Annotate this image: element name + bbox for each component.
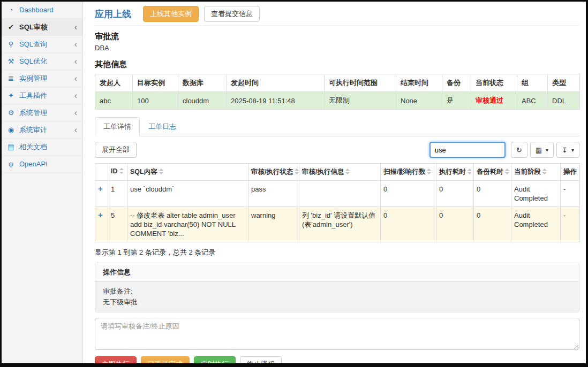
sidebar-item-instance-mgmt[interactable]: ≣ 实例管理 ‹ [2,70,82,87]
stage-cell: Audit Completed [511,207,561,242]
audit-remark-textarea[interactable] [95,318,579,350]
exec-time-cell: 0 [436,181,474,207]
sidebar-item-sql-audit[interactable]: ✔ SQL审核 ‹ [2,19,82,36]
sidebar-item-label: 相关文档 [19,142,47,152]
sidebar-item-sql-optimize[interactable]: ⚒ SQL优化 ‹ [2,53,82,70]
refresh-button[interactable]: ↻ [511,142,527,158]
caret-down-icon: ▾ [546,147,548,153]
sort-icon [505,169,510,174]
status-badge: 审核通过 [471,92,517,110]
column-header-start-time: 发起时间 [227,74,325,92]
online-other-instance-button[interactable]: 上线其他实例 [143,6,199,22]
approval-flow-value: DBA [95,43,579,53]
approval-flow-heading: 审批流 [95,31,579,42]
other-info-header-row: 发起人 目标实例 数据库 发起时间 可执行时间范围 结束时间 备份 当前状态 组… [95,74,580,92]
expand-row-button[interactable]: + [98,184,103,193]
sort-icon [427,169,432,174]
chevron-left-icon: ‹ [74,57,77,66]
column-header-audit-info[interactable]: 审核/执行信息 [299,164,381,181]
other-info-heading: 其他信息 [95,59,579,70]
sort-icon [295,169,299,174]
main-content: 应用上线 上线其他实例 查看提交信息 审批流 DBA 其他信息 发起人 目标实例… [83,2,586,363]
sidebar-item-docs[interactable]: ▤ 相关文档 [2,139,82,156]
expand-column-header [95,164,108,181]
column-header-sql[interactable]: SQL内容 [127,164,248,181]
column-header-initiator: 发起人 [95,74,133,92]
tab-work-order-log[interactable]: 工单日志 [140,117,185,136]
sidebar-item-sql-query[interactable]: ⚲ SQL查询 ‹ [2,36,82,53]
export-button[interactable]: ↧▾ [556,142,579,158]
operation-info-heading: 操作信息 [95,263,579,282]
manual-complete-button[interactable]: 已手动完成 [141,356,190,363]
stage-cell: Audit Completed [511,181,561,207]
sort-icon [159,169,164,174]
column-header-affected-rows[interactable]: 扫描/影响行数 [381,164,436,181]
chevron-left-icon: ‹ [74,91,77,100]
column-header-id[interactable]: ID [108,164,127,181]
audit-remark-label: 审批备注: [103,286,571,297]
expand-all-button[interactable]: 展开全部 [95,142,137,158]
backup-cell: 是 [442,92,471,110]
audit-info-cell: 列 'biz_id' 请设置默认值 (表'admin_user') [299,207,381,242]
toolbar-right-group: ↻ ▦▾ ↧▾ [429,142,579,158]
column-header-backup-time[interactable]: 备份耗时 [474,164,511,181]
code-branch-icon: ψ [7,160,15,168]
sidebar-item-label: Dashboard [19,6,54,14]
exec-time-cell: 0 [436,207,474,242]
search-icon: ⚲ [7,40,15,48]
plugin-icon: ✦ [7,91,15,100]
scheduled-execute-button[interactable]: 定时执行 [194,356,236,363]
expand-row-button[interactable]: + [98,210,103,219]
execute-now-button[interactable]: 立即执行 [95,356,137,363]
sidebar-item-system-audit[interactable]: ◉ 系统审计 ‹ [2,121,82,139]
operation-info-body: 审批备注: 无下级审批 [95,282,579,312]
search-input[interactable] [429,142,506,158]
column-header-group: 组 [517,74,548,92]
backup-time-cell: 0 [474,207,511,242]
end-time-cell: None [396,92,442,110]
sql-detail-table: ID SQL内容 审核/执行状态 审核/执行信息 扫描/影响行数 执行耗时 备份… [95,163,580,242]
terminate-workflow-button[interactable]: 终止流程 [240,356,282,363]
column-header-end-time: 结束时间 [396,74,442,92]
sort-icon [542,169,547,174]
exec-range-cell: 无限制 [325,92,396,110]
database-cell: clouddm [178,92,227,110]
wrench-icon: ⚒ [7,57,15,65]
column-header-backup: 备份 [442,74,471,92]
chevron-left-icon: ‹ [74,109,77,117]
sidebar-item-system-mgmt[interactable]: ⚙ 系统管理 ‹ [2,104,82,121]
chevron-left-icon: ‹ [74,74,77,83]
tab-work-order-detail[interactable]: 工单详情 [95,117,140,136]
column-header-exec-time[interactable]: 执行耗时 [436,164,474,181]
column-header-status: 当前状态 [471,74,517,92]
refresh-icon: ↻ [516,146,522,154]
action-cell: - [561,181,580,207]
column-header-action[interactable]: 操作 [561,164,580,181]
chevron-left-icon: ‹ [74,40,77,49]
column-header-audit-status[interactable]: 审核/执行状态 [248,164,299,181]
sidebar-item-dashboard[interactable]: ◔ Dashboard [2,2,82,19]
view-submit-info-button[interactable]: 查看提交信息 [204,6,260,22]
sidebar-item-label: 系统管理 [19,108,47,118]
document-icon: ▤ [7,143,15,151]
sql-row: + 1 use `clouddm` pass 0 0 0 Audit Compl… [95,181,580,207]
sql-content-cell: -- 修改老表 alter table admin_user add biz_i… [127,207,248,242]
eye-icon: ◉ [7,126,15,134]
sidebar-item-tools-plugins[interactable]: ✦ 工具插件 ‹ [2,87,82,104]
affected-rows-cell: 0 [381,207,436,242]
start-time-cell: 2025-08-19 11:51:48 [227,92,325,110]
sidebar-item-openapi[interactable]: ψ OpenAPI [2,156,82,173]
columns-button[interactable]: ▦▾ [530,142,554,158]
type-cell: DDL [548,92,580,110]
caret-down-icon: ▾ [571,147,574,153]
other-info-row: abc 100 clouddm 2025-08-19 11:51:48 无限制 … [95,92,580,110]
other-info-table: 发起人 目标实例 数据库 发起时间 可执行时间范围 结束时间 备份 当前状态 组… [95,74,580,110]
backup-time-cell: 0 [474,181,511,207]
app-window: ◔ Dashboard ✔ SQL审核 ‹ ⚲ SQL查询 ‹ ⚒ SQL优化 … [0,0,588,367]
column-header-stage[interactable]: 当前阶段 [511,164,561,181]
sidebar-item-label: 工具插件 [19,91,47,101]
dashboard-icon: ◔ [7,6,15,14]
sidebar-item-label: OpenAPI [19,160,48,168]
sql-table-header-row: ID SQL内容 审核/执行状态 审核/执行信息 扫描/影响行数 执行耗时 备份… [95,164,580,181]
download-icon: ↧ [562,146,568,154]
